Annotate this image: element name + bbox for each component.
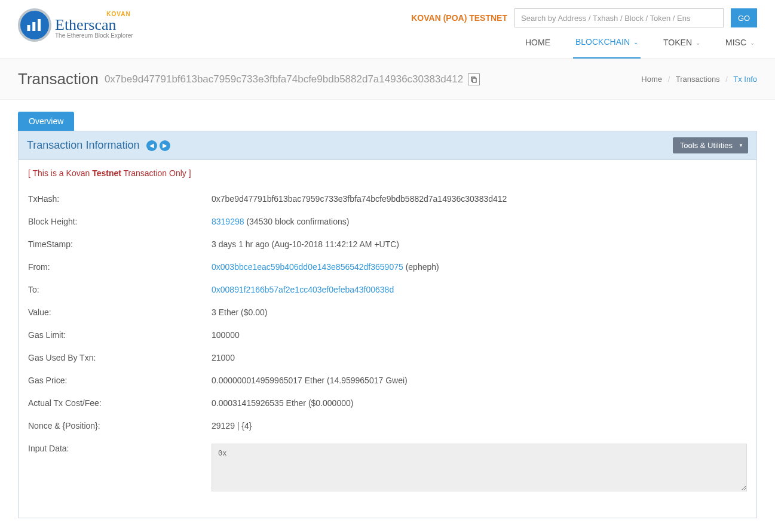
breadcrumb-current: Tx Info bbox=[733, 75, 757, 84]
nav-home-label: HOME bbox=[525, 38, 550, 47]
search-go-button[interactable]: GO bbox=[731, 8, 757, 27]
label-txhash: TxHash: bbox=[28, 194, 212, 204]
label-gasused: Gas Used By Txn: bbox=[28, 353, 212, 362]
testnet-label: KOVAN (POA) TESTNET bbox=[411, 13, 507, 23]
label-value: Value: bbox=[28, 307, 212, 317]
value-gasprice: 0.000000014959965017 Ether (14.959965017… bbox=[212, 376, 747, 385]
warn-suffix: Transaction Only ] bbox=[121, 168, 191, 178]
tools-utilities-dropdown[interactable]: Tools & Utilities bbox=[673, 137, 748, 153]
nav-blockchain-label: BLOCKCHAIN bbox=[575, 37, 630, 47]
value-nonce: 29129 | {4} bbox=[212, 421, 747, 430]
logo-subtitle: The Ethereum Block Explorer bbox=[55, 33, 133, 39]
svg-rect-1 bbox=[32, 22, 35, 31]
chevron-down-icon: ⌄ bbox=[696, 39, 700, 46]
label-nonce: Nonce & {Position}: bbox=[28, 421, 212, 430]
logo[interactable]: KOVAN Etherscan The Ethereum Block Explo… bbox=[18, 8, 133, 42]
nav-blockchain[interactable]: BLOCKCHAIN⌄ bbox=[573, 37, 641, 59]
label-gasprice: Gas Price: bbox=[28, 376, 212, 385]
label-block: Block Height: bbox=[28, 217, 212, 226]
label-from: From: bbox=[28, 262, 212, 272]
breadcrumb: Home / Transactions / Tx Info bbox=[641, 75, 757, 84]
copy-hash-button[interactable] bbox=[468, 73, 480, 85]
nav-token[interactable]: TOKEN⌄ bbox=[661, 37, 703, 59]
nav-misc-label: MISC bbox=[725, 38, 746, 47]
warn-prefix: [ This is a Kovan bbox=[28, 168, 92, 178]
value-timestamp: 3 days 1 hr ago (Aug-10-2018 11:42:12 AM… bbox=[212, 239, 747, 249]
label-gaslimit: Gas Limit: bbox=[28, 330, 212, 340]
from-name: (epheph) bbox=[403, 262, 439, 272]
block-link[interactable]: 8319298 bbox=[212, 217, 244, 226]
svg-rect-0 bbox=[27, 25, 30, 31]
nav-token-label: TOKEN bbox=[663, 38, 692, 47]
from-address-link[interactable]: 0x003bbce1eac59b406dd0e143e856542df36590… bbox=[212, 262, 403, 272]
page-title-hash: 0x7be9d47791bf613bac7959c733e3fbfa74bcfe… bbox=[105, 73, 463, 85]
main-nav: HOME BLOCKCHAIN⌄ TOKEN⌄ MISC⌄ bbox=[523, 37, 757, 59]
value-value: 3 Ether ($0.00) bbox=[212, 307, 747, 317]
warn-bold: Testnet bbox=[92, 168, 121, 178]
value-cost: 0.00031415926535 Ether ($0.000000) bbox=[212, 398, 747, 408]
label-timestamp: TimeStamp: bbox=[28, 239, 212, 249]
value-gaslimit: 100000 bbox=[212, 330, 747, 340]
breadcrumb-transactions[interactable]: Transactions bbox=[676, 75, 720, 84]
copy-icon bbox=[470, 76, 477, 83]
value-gasused: 21000 bbox=[212, 353, 747, 362]
chevron-down-icon: ⌄ bbox=[633, 39, 638, 45]
svg-rect-2 bbox=[38, 19, 41, 31]
block-confirmations: (34530 block confirmations) bbox=[244, 217, 350, 226]
input-data-textarea[interactable] bbox=[212, 444, 747, 491]
value-txhash: 0x7be9d47791bf613bac7959c733e3fbfa74bcfe… bbox=[212, 194, 747, 204]
testnet-warning: [ This is a Kovan Testnet Transaction On… bbox=[28, 168, 747, 178]
label-cost: Actual Tx Cost/Fee: bbox=[28, 398, 212, 408]
page-title: Transaction bbox=[18, 70, 99, 88]
next-tx-button[interactable]: ▶ bbox=[160, 140, 170, 151]
breadcrumb-home[interactable]: Home bbox=[641, 75, 662, 84]
to-address-link[interactable]: 0x00891f2166b57af2e1cc403ef0efeba43f0063… bbox=[212, 285, 394, 294]
logo-brand: Etherscan bbox=[55, 17, 133, 33]
chevron-down-icon: ⌄ bbox=[750, 39, 755, 46]
panel-title: Transaction Information bbox=[27, 139, 139, 152]
nav-misc[interactable]: MISC⌄ bbox=[723, 37, 757, 59]
tab-overview[interactable]: Overview bbox=[18, 112, 74, 131]
logo-icon bbox=[18, 8, 51, 42]
tx-info-panel: Transaction Information ◀ ▶ Tools & Util… bbox=[18, 131, 757, 518]
label-inputdata: Input Data: bbox=[28, 444, 212, 493]
nav-home[interactable]: HOME bbox=[523, 37, 553, 59]
svg-rect-4 bbox=[473, 78, 476, 82]
search-input[interactable] bbox=[514, 8, 724, 27]
label-to: To: bbox=[28, 285, 212, 294]
prev-tx-button[interactable]: ◀ bbox=[146, 140, 157, 151]
